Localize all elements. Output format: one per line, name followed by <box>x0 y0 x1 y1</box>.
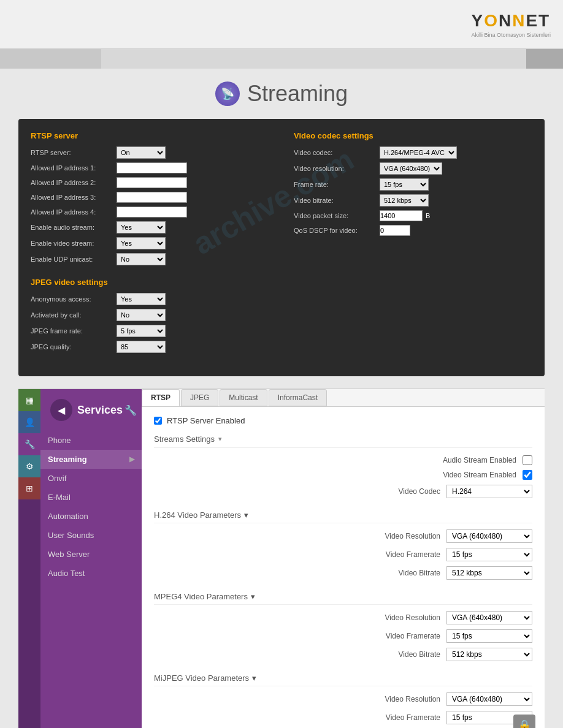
strip-people-icon[interactable]: 👤 <box>18 411 40 433</box>
logo-n2: N <box>512 11 526 30</box>
jpeg-framerate-label: JPEG frame rate: <box>31 327 117 335</box>
video-codec-form-select[interactable]: H.264 MPEG4 <box>446 485 532 498</box>
video-resolution-select[interactable]: VGA (640x480) <box>380 162 442 175</box>
audio-stream-enabled-checkbox[interactable] <box>523 455 532 465</box>
streams-settings-header: Streams Settings ▾ <box>154 434 532 448</box>
strip-gear-icon[interactable]: ⚙ <box>18 455 40 477</box>
qos-input[interactable] <box>380 225 410 236</box>
packet-size-row: Video packet size: B <box>294 210 532 221</box>
nav-left <box>0 49 101 69</box>
frame-rate-label: Frame rate: <box>294 181 380 188</box>
video-codec-form-row: Video Codec H.264 MPEG4 <box>154 485 532 498</box>
sidebar-item-streaming[interactable]: Streaming ▶ <box>40 450 142 469</box>
streaming-header: 📡 Streaming <box>18 81 545 107</box>
h264-framerate-row: Video Framerate 15 fps <box>154 548 532 561</box>
tab-jpeg[interactable]: JPEG <box>181 389 218 406</box>
logo: YONNET <box>471 11 551 31</box>
mpeg4-framerate-row: Video Framerate 15 fps <box>154 629 532 643</box>
video-codec-select[interactable]: H.264/MPEG-4 AVC <box>380 146 457 159</box>
allowed-ip4-row: Allowed IP address 4: <box>31 207 269 218</box>
mjpeg-resolution-select[interactable]: VGA (640x480) <box>446 692 532 706</box>
lock-icon: 🔒 <box>518 719 531 728</box>
audio-stream-label: Enable audio stream: <box>31 224 117 231</box>
jpeg-quality-select[interactable]: 8570100 <box>117 341 166 353</box>
jpeg-section: JPEG video settings Anonymous access: Ye… <box>31 278 269 353</box>
sidebar-item-user-sounds[interactable]: User Sounds <box>40 526 142 545</box>
mjpeg-title: MiJPEG Video Parameters ▾ <box>154 673 532 686</box>
jpeg-quality-label: JPEG quality: <box>31 343 117 351</box>
sidebar-item-email[interactable]: E-Mail <box>40 488 142 507</box>
mpeg4-framerate-select[interactable]: 15 fps <box>446 629 532 643</box>
tab-informacast[interactable]: InformaCast <box>269 389 327 406</box>
mpeg4-resolution-select[interactable]: VGA (640x480) <box>446 611 532 624</box>
video-stream-enabled-checkbox[interactable] <box>523 470 532 480</box>
sidebar-wrapper: ▦ 👤 🔧 ⚙ ⊞ ◀ Services <box>18 389 142 728</box>
sidebar-item-onvif[interactable]: Onvif <box>40 469 142 488</box>
allowed-ip2-input[interactable] <box>117 177 187 188</box>
back-button[interactable]: ◀ <box>50 399 72 421</box>
allowed-ip3-label: Allowed IP address 3: <box>31 194 117 201</box>
sidebar-item-web-server[interactable]: Web Server <box>40 545 142 564</box>
streaming-label: Streaming <box>48 455 87 464</box>
sidebar-item-phone[interactable]: Phone <box>40 431 142 450</box>
h264-resolution-select[interactable]: VGA (640x480) <box>446 529 532 543</box>
allowed-ip2-row: Allowed IP address 2: <box>31 177 269 188</box>
people-icon: 👤 <box>25 417 35 427</box>
jpeg-title: JPEG video settings <box>31 278 269 287</box>
lock-button[interactable]: 🔒 <box>513 715 535 728</box>
jpeg-framerate-select[interactable]: 5 fps10 fps15 fps <box>117 325 166 337</box>
anon-access-select[interactable]: YesNo <box>117 293 166 305</box>
allowed-ip4-input[interactable] <box>117 207 187 218</box>
h264-bitrate-select[interactable]: 512 kbps <box>446 566 532 580</box>
packet-size-input[interactable] <box>380 210 423 221</box>
main-content: 📡 Streaming RTSP server RTSP server: OnO… <box>0 69 563 728</box>
streams-settings-arrow: ▾ <box>218 435 222 443</box>
sidebar-item-audio-test[interactable]: Audio Test <box>40 564 142 583</box>
mpeg4-arrow: ▾ <box>251 592 255 601</box>
grid-icon: ⊞ <box>26 483 33 493</box>
allowed-ip3-input[interactable] <box>117 192 187 203</box>
video-resolution-label: Video resolution: <box>294 165 380 172</box>
sidebar-items: Phone Streaming ▶ Onvif E-Mail Automatio… <box>40 431 142 583</box>
h264-section: H.264 Video Parameters ▾ Video Resolutio… <box>154 510 532 580</box>
allowed-ip3-row: Allowed IP address 3: <box>31 192 269 203</box>
logo-o1: O <box>484 11 499 30</box>
mpeg4-resolution-row: Video Resolution VGA (640x480) <box>154 611 532 624</box>
right-content: RTSP Server Enabled Streams Settings ▾ A… <box>142 407 545 728</box>
audio-stream-select[interactable]: YesNo <box>117 221 166 233</box>
activated-select[interactable]: NoYes <box>117 309 166 321</box>
strip-tool-icon[interactable]: 🔧 <box>18 433 40 455</box>
activated-row: Activated by call: NoYes <box>31 309 269 321</box>
mpeg4-bitrate-select[interactable]: 512 kbps <box>446 648 532 661</box>
logo-subtitle: Akilli Bina Otomasyon Sistemleri <box>471 32 551 38</box>
rtsp-server-select[interactable]: OnOff <box>117 146 166 159</box>
frame-rate-select[interactable]: 15 fps <box>380 178 429 191</box>
sidebar-gear-icon[interactable]: 🔧 <box>124 404 137 416</box>
activated-label: Activated by call: <box>31 311 117 319</box>
strip-chart-icon[interactable]: ▦ <box>18 389 40 411</box>
mjpeg-resolution-row: Video Resolution VGA (640x480) <box>154 692 532 706</box>
h264-bitrate-row: Video Bitrate 512 kbps <box>154 566 532 580</box>
rtsp-enabled-row: RTSP Server Enabled <box>154 416 532 425</box>
allowed-ip1-input[interactable] <box>117 162 187 173</box>
h264-resolution-row: Video Resolution VGA (640x480) <box>154 529 532 543</box>
tab-multicast[interactable]: Multicast <box>220 389 267 406</box>
anon-access-row: Anonymous access: YesNo <box>31 293 269 305</box>
sidebar: ◀ Services 🔧 Phone Streaming ▶ Onvif E-M… <box>40 389 142 728</box>
rtsp-enabled-checkbox[interactable] <box>154 417 162 425</box>
sidebar-item-automation[interactable]: Automation <box>40 507 142 526</box>
udp-unicast-select[interactable]: NoYes <box>117 253 166 265</box>
strip-grid-icon[interactable]: ⊞ <box>18 477 40 499</box>
video-stream-select[interactable]: YesNo <box>117 237 166 249</box>
h264-framerate-select[interactable]: 15 fps <box>446 548 532 561</box>
video-bitrate-select[interactable]: 512 kbps <box>380 194 429 207</box>
services-section: ▦ 👤 🔧 ⚙ ⊞ ◀ Services <box>18 389 545 728</box>
sidebar-title: Services <box>77 404 124 417</box>
packet-size-unit: B <box>426 212 430 219</box>
streams-settings-label: Streams Settings <box>154 434 215 444</box>
tab-rtsp[interactable]: RTSP <box>142 389 180 406</box>
video-stream-row: Enable video stream: YesNo <box>31 237 269 249</box>
allowed-ip2-label: Allowed IP address 2: <box>31 179 117 186</box>
logo-yon: Y <box>471 11 484 30</box>
rtsp-server-label: RTSP server: <box>31 149 117 156</box>
